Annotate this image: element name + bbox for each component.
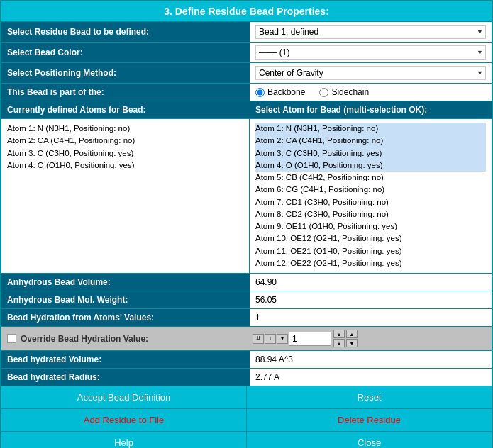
color-select-row: Select Bead Color: ─── (1) (1, 43, 492, 63)
override-checkbox[interactable] (7, 334, 16, 343)
spin-dropdown[interactable]: ▾ (277, 334, 288, 344)
accept-reset-row: Accept Bead Definition Reset (1, 386, 492, 409)
color-select-label: Select Bead Color: (1, 43, 250, 62)
atom-right-9[interactable]: Atom 9: OE11 (O1H0, Positioning: yes) (255, 220, 486, 233)
anhydrous-weight-value: 56.05 (250, 291, 492, 308)
atom-right-11[interactable]: Atom 11: OE21 (O1H0, Positioning: yes) (255, 245, 486, 257)
atom-left-1: Atom 1: N (N3H1, Positioning: no) (7, 123, 243, 135)
help-button[interactable]: Help (1, 432, 246, 448)
spin-up-double[interactable]: ▲ (333, 339, 345, 347)
title-text: 3. Define Residue Bead Properties: (164, 6, 329, 17)
hydrated-radius-row: Bead hydrated Radius: 2.77 A (1, 369, 492, 386)
close-button[interactable]: Close (247, 432, 492, 448)
hydration-input[interactable] (289, 332, 331, 346)
add-residue-button[interactable]: Add Residue to File (1, 409, 246, 431)
bead-part-value-cell: Backbone Sidechain (250, 84, 492, 101)
color-select-input[interactable]: ─── (1) (255, 45, 486, 60)
atom-left-3: Atom 3: C (C3H0, Positioning: yes) (7, 147, 243, 159)
color-select-value-cell: ─── (1) (250, 43, 492, 62)
anhydrous-volume-row: Anhydrous Bead Volume: 64.90 (1, 274, 492, 291)
bead-select-label: Select Residue Bead to be defined: (1, 22, 250, 42)
atom-right-7[interactable]: Atom 7: CD1 (C3H0, Positioning: no) (255, 196, 486, 208)
atoms-content-row: Atom 1: N (N3H1, Positioning: no) Atom 2… (1, 119, 492, 274)
backbone-radio[interactable] (255, 88, 265, 97)
spin-up[interactable]: ▲ (333, 330, 345, 338)
bead-select-value-cell: Bead 1: defined (250, 22, 492, 42)
atom-right-10[interactable]: Atom 10: OE12 (O2H1, Positioning: yes) (255, 233, 486, 245)
spin-controls: ⇊ ↓ ▾ ▲ ▲ ▲ ▼ (253, 330, 358, 347)
sidechain-radio[interactable] (319, 88, 328, 97)
atom-right-4[interactable]: Atom 4: O (O1H0, Positioning: yes) (255, 159, 486, 172)
atom-left-4: Atom 4: O (O1H0, Positioning: yes) (7, 159, 243, 172)
spin-up-alt[interactable]: ▲ (346, 330, 358, 338)
anhydrous-volume-value: 64.90 (250, 274, 492, 291)
title-bar: 3. Define Residue Bead Properties: (1, 1, 492, 22)
color-select-wrapper: ─── (1) (255, 45, 486, 60)
hydrated-volume-label: Bead hydrated Volume: (1, 351, 250, 368)
atom-right-8[interactable]: Atom 8: CD2 (C3H0, Positioning: no) (255, 208, 486, 220)
sidechain-radio-label[interactable]: Sidechain (319, 87, 369, 97)
positioning-select-wrapper: Center of Gravity (255, 66, 486, 80)
atom-right-3[interactable]: Atom 3: C (C3H0, Positioning: yes) (255, 147, 486, 159)
anhydrous-weight-row: Anhydrous Bead Mol. Weight: 56.05 (1, 291, 492, 309)
accept-bead-button[interactable]: Accept Bead Definition (1, 386, 246, 408)
radio-group: Backbone Sidechain (255, 87, 369, 97)
spin-down[interactable]: ↓ (265, 334, 276, 344)
hydrated-volume-row: Bead hydrated Volume: 88.94 A^3 (1, 351, 492, 369)
atoms-left-content: Atom 1: N (N3H1, Positioning: no) Atom 2… (1, 119, 250, 273)
reset-button[interactable]: Reset (247, 386, 492, 408)
main-container: 3. Define Residue Bead Properties: Selec… (0, 0, 493, 448)
hydrated-radius-value: 2.77 A (250, 369, 492, 386)
atom-right-12[interactable]: Atom 12: OE22 (O2H1, Positioning: yes) (255, 257, 486, 269)
atoms-header-row: Currently defined Atoms for Bead: Select… (1, 101, 492, 119)
atom-right-6[interactable]: Atom 6: CG (C4H1, Positioning: no) (255, 184, 486, 196)
atom-right-1[interactable]: Atom 1: N (N3H1, Positioning: no) (255, 123, 486, 135)
atoms-header-left: Currently defined Atoms for Bead: (1, 101, 250, 118)
anhydrous-volume-label: Anhydrous Bead Volume: (1, 274, 250, 291)
override-hydration-label: Override Bead Hydration Value: (1, 327, 250, 350)
atom-left-2: Atom 2: CA (C4H1, Positioning: no) (7, 135, 243, 147)
bead-part-label: This Bead is part of the: (1, 84, 250, 101)
delete-residue-button[interactable]: Delete Residue (247, 409, 492, 431)
spin-down-double[interactable]: ⇊ (253, 334, 264, 344)
bead-select-wrapper: Bead 1: defined (255, 25, 486, 39)
backbone-radio-label[interactable]: Backbone (255, 87, 305, 97)
help-close-row: Help Close (1, 432, 492, 448)
positioning-label: Select Positioning Method: (1, 63, 250, 83)
bead-hydration-label: Bead Hydration from Atoms' Values: (1, 309, 250, 326)
atoms-right-content[interactable]: Atom 1: N (N3H1, Positioning: no) Atom 2… (250, 119, 492, 273)
override-hydration-row: Override Bead Hydration Value: ⇊ ↓ ▾ ▲ ▲… (1, 327, 492, 351)
bead-part-row: This Bead is part of the: Backbone Sidec… (1, 84, 492, 101)
hydrated-radius-label: Bead hydrated Radius: (1, 369, 250, 386)
add-delete-row: Add Residue to File Delete Residue (1, 409, 492, 432)
atom-right-2[interactable]: Atom 2: CA (C4H1, Positioning: no) (255, 135, 486, 147)
bead-hydration-value: 1 (250, 309, 492, 326)
bead-hydration-row: Bead Hydration from Atoms' Values: 1 (1, 309, 492, 327)
bead-select-input[interactable]: Bead 1: defined (255, 25, 486, 39)
atoms-header-right: Select Atom for Bead (multi-selection OK… (250, 101, 492, 118)
anhydrous-weight-label: Anhydrous Bead Mol. Weight: (1, 291, 250, 308)
spin-down-alt[interactable]: ▼ (346, 339, 358, 347)
positioning-row: Select Positioning Method: Center of Gra… (1, 63, 492, 84)
hydrated-volume-value: 88.94 A^3 (250, 351, 492, 368)
positioning-select-input[interactable]: Center of Gravity (255, 66, 486, 80)
bead-select-row: Select Residue Bead to be defined: Bead … (1, 22, 492, 43)
atom-right-5[interactable]: Atom 5: CB (C4H2, Positioning: no) (255, 172, 486, 184)
positioning-value-cell: Center of Gravity (250, 63, 492, 83)
override-hydration-value-cell: ⇊ ↓ ▾ ▲ ▲ ▲ ▼ (250, 327, 492, 350)
